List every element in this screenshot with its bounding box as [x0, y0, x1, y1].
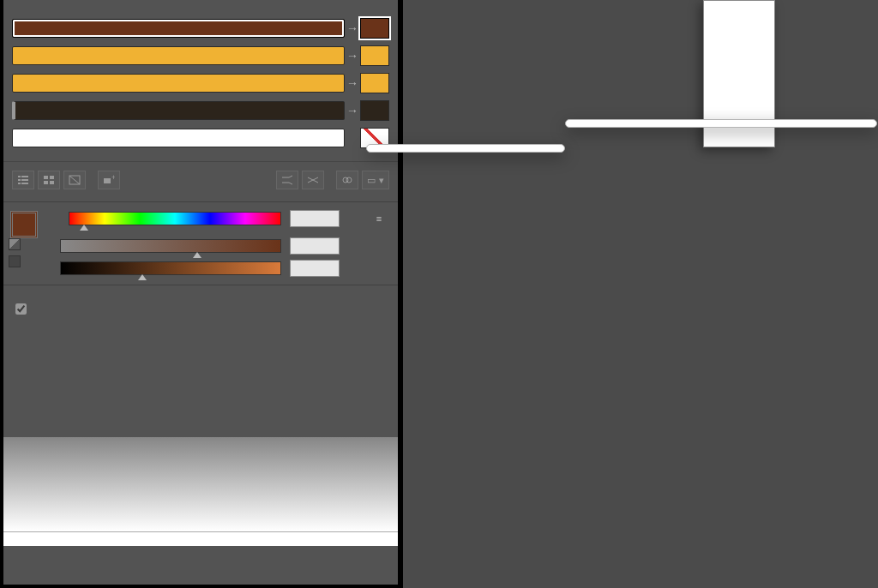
color-row[interactable]: → [12, 72, 389, 94]
svg-rect-2 [18, 179, 21, 181]
bri-value[interactable] [290, 260, 340, 277]
randomize-icon[interactable] [276, 171, 298, 189]
recolor-art-input[interactable] [15, 303, 27, 315]
swatch[interactable] [360, 73, 389, 93]
svg-rect-0 [18, 176, 21, 177]
color-row[interactable]: → [12, 99, 389, 122]
arrow-icon: → [345, 104, 360, 117]
hue-slider[interactable] [69, 212, 281, 225]
arrow-icon: → [345, 49, 360, 63]
swatch[interactable] [360, 18, 389, 39]
svg-line-11 [69, 176, 80, 184]
color-rows: → → → → [3, 14, 398, 149]
preset-menu-icon[interactable]: ▭ ▾ [362, 171, 389, 189]
hsb-sliders: ≡ [3, 201, 398, 285]
svg-rect-8 [44, 181, 48, 184]
recolor-art-checkbox[interactable] [3, 285, 398, 317]
swatch[interactable] [360, 100, 389, 121]
grid-view-icon[interactable] [38, 171, 60, 189]
color-row[interactable] [12, 127, 389, 149]
fill-stroke-icon[interactable] [9, 238, 21, 250]
slider-menu-icon[interactable]: ≡ [369, 210, 389, 227]
randomize-sat-icon[interactable] [302, 171, 324, 189]
svg-rect-6 [44, 176, 48, 179]
canvas-area[interactable] [403, 0, 878, 588]
svg-rect-4 [18, 183, 21, 184]
link-icon[interactable] [336, 171, 358, 189]
swatch[interactable] [360, 45, 389, 66]
svg-text:+: + [111, 175, 115, 182]
swatch-library-menu[interactable] [366, 144, 565, 153]
svg-point-15 [346, 177, 352, 183]
svg-rect-3 [21, 179, 28, 181]
svg-rect-9 [50, 181, 54, 184]
sat-slider[interactable] [60, 239, 281, 253]
bri-slider[interactable] [60, 261, 281, 275]
color-row[interactable]: → [12, 45, 389, 67]
horizontal-scrollbar[interactable] [3, 531, 398, 546]
svg-rect-12 [104, 178, 111, 183]
color-books-submenu[interactable] [565, 119, 877, 128]
toolbar: + ▭ ▾ [3, 162, 398, 201]
merge-icon[interactable] [63, 171, 86, 189]
current-color-swatch[interactable] [10, 211, 38, 238]
arrow-icon: → [345, 76, 360, 90]
sat-value[interactable] [290, 237, 340, 255]
preview-gradient [3, 437, 398, 531]
list-view-icon[interactable] [12, 171, 34, 189]
color-mode-icon[interactable] [9, 255, 21, 267]
svg-rect-5 [21, 183, 28, 184]
color-row[interactable]: → [12, 17, 389, 39]
hue-value[interactable] [290, 210, 340, 227]
arrow-icon: → [345, 21, 360, 35]
new-row-icon[interactable]: + [98, 171, 120, 189]
svg-rect-1 [21, 176, 28, 177]
svg-rect-7 [50, 176, 54, 179]
